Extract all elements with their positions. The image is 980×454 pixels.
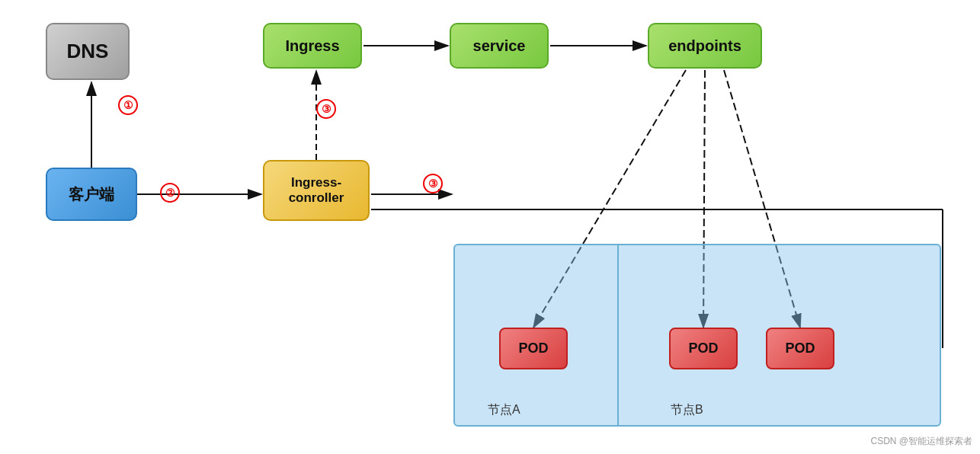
node-b-label: 节点B xyxy=(671,402,703,418)
pod1-node: POD xyxy=(499,328,568,369)
ingress-node: Ingress xyxy=(263,23,362,69)
step2-indicator: ② xyxy=(160,183,180,203)
endpoints-label: endpoints xyxy=(668,37,741,55)
ingress-label: Ingress xyxy=(285,37,339,55)
ingress-controller-node: Ingress-conroller xyxy=(263,160,370,221)
pod2-node: POD xyxy=(669,328,738,369)
pod3-node: POD xyxy=(766,328,834,369)
step3a-indicator: ③ xyxy=(316,99,336,119)
pod2-label: POD xyxy=(688,340,718,356)
endpoints-node: endpoints xyxy=(648,23,762,69)
pod1-label: POD xyxy=(518,340,548,356)
ingress-controller-label: Ingress-conroller xyxy=(289,175,344,206)
client-label: 客户端 xyxy=(69,184,114,205)
watermark: CSDN @智能运维探索者 xyxy=(870,435,972,448)
service-node: service xyxy=(450,23,549,69)
client-node: 客户端 xyxy=(46,168,137,221)
dns-node: DNS xyxy=(46,23,130,80)
pod3-label: POD xyxy=(785,340,815,356)
step3b-indicator: ③ xyxy=(423,174,443,193)
dns-label: DNS xyxy=(67,40,109,63)
node-a-label: 节点A xyxy=(488,402,520,418)
step1-indicator: ① xyxy=(118,95,138,115)
node-divider xyxy=(617,244,619,427)
service-label: service xyxy=(473,37,526,55)
diagram-container: DNS 客户端 Ingress service endpoints Ingres… xyxy=(0,0,980,454)
